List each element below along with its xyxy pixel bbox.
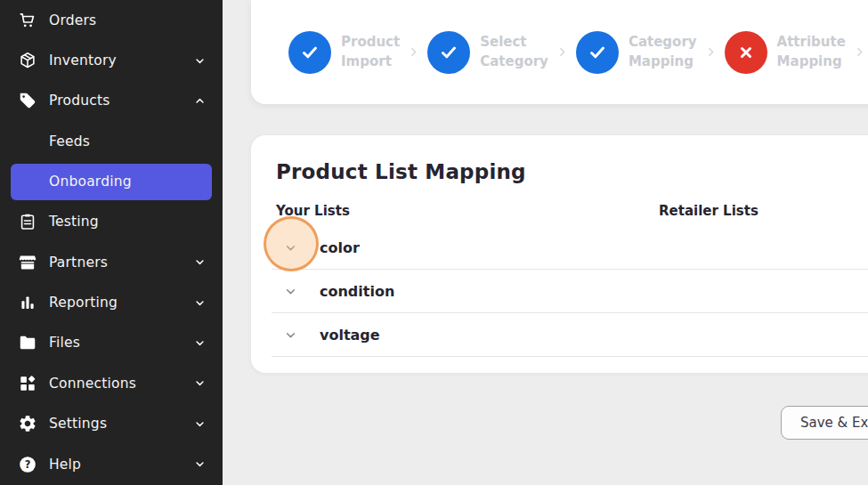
sidebar-item-label: Feeds [49,133,90,150]
mapping-rows: color condition voltage [251,226,868,357]
step-select-category[interactable]: Select Category [427,31,548,74]
sidebar-item-products[interactable]: Products [0,81,223,121]
chevron-down-icon[interactable] [193,376,207,390]
chevron-down-icon[interactable] [193,296,207,310]
chevron-down-icon[interactable] [193,255,207,269]
tag-icon [17,91,37,111]
step-product-import[interactable]: Product Import [288,31,400,74]
list-row-condition[interactable]: condition [272,270,868,313]
help-icon: ? [17,454,37,474]
column-headers: Your Lists Retailer Lists [251,203,868,221]
chevron-down-icon[interactable] [193,54,207,68]
folder-icon [17,333,37,353]
sidebar-item-inventory[interactable]: Inventory [0,40,223,80]
chevron-right-icon [408,46,419,58]
cart-icon [17,10,37,30]
save-exit-button[interactable]: Save & Exit [781,406,868,440]
sidebar-item-label: Settings [49,416,107,432]
wizard-stepper: Product Import Select Category Category … [251,0,868,104]
sidebar-item-label: Orders [49,12,96,28]
chevron-up-icon[interactable] [193,94,207,108]
chevron-down-icon[interactable] [283,240,298,255]
sidebar: Orders Inventory [0,0,223,485]
list-row-label: voltage [320,327,380,344]
sidebar-item-testing[interactable]: Testing [0,202,223,242]
step-attribute-mapping[interactable]: Attribute Mapping [725,31,846,74]
chevron-down-icon[interactable] [193,457,207,471]
chevron-down-icon[interactable] [193,336,207,350]
step-label: Select Category [480,33,548,72]
sidebar-item-connections[interactable]: Connections [0,363,223,403]
list-row-label: condition [320,283,394,300]
list-row-voltage[interactable]: voltage [272,313,868,357]
sidebar-item-label: Help [49,457,81,473]
sidebar-item-settings[interactable]: Settings [0,404,223,444]
widgets-icon [17,373,37,393]
sidebar-item-label: Files [49,335,80,351]
chevron-down-icon[interactable] [193,417,207,431]
sidebar-item-partners[interactable]: Partners [0,242,223,282]
retailer-lists-header: Retailer Lists [659,203,758,219]
sidebar-item-label: Partners [49,255,108,271]
sidebar-item-orders[interactable]: Orders [0,0,223,40]
check-icon [576,31,619,74]
your-lists-header: Your Lists [276,203,350,219]
box-icon [17,51,37,71]
app-screen: Orders Inventory [0,0,868,485]
sidebar-item-onboarding[interactable]: Onboarding [11,164,212,200]
check-icon [288,31,331,74]
sidebar-item-label: Reporting [49,295,118,311]
x-icon [725,31,767,74]
list-row-color[interactable]: color [272,226,868,270]
sidebar-item-feeds[interactable]: Feeds [0,121,223,161]
svg-text:?: ? [24,458,30,471]
gear-icon [17,414,37,434]
step-label: Attribute Mapping [777,33,846,72]
chevron-right-icon [556,46,568,58]
page-title: Product List Mapping [251,160,868,183]
sidebar-item-label: Inventory [49,53,117,69]
list-row-label: color [320,239,360,256]
sidebar-item-label: Testing [49,214,99,230]
sidebar-item-reporting[interactable]: Reporting [0,282,223,322]
clipboard-icon [17,212,37,232]
bar-chart-icon [17,293,37,313]
chevron-down-icon[interactable] [283,327,298,343]
step-category-mapping[interactable]: Category Mapping [576,31,697,74]
chevron-right-icon [705,46,717,58]
step-label: Category Mapping [629,33,697,72]
product-list-mapping-panel: Product List Mapping Your Lists Retailer… [251,135,868,373]
sidebar-item-files[interactable]: Files [0,323,223,363]
chevron-down-icon[interactable] [283,284,298,299]
sidebar-item-label: Products [49,93,110,109]
chevron-right-icon [854,46,865,58]
sidebar-item-label: Connections [49,376,136,392]
step-label: Product Import [341,33,400,72]
check-icon [427,31,470,74]
storefront-icon [17,252,37,272]
sidebar-item-help[interactable]: ? Help [0,444,223,484]
sidebar-item-label: Onboarding [49,174,132,190]
